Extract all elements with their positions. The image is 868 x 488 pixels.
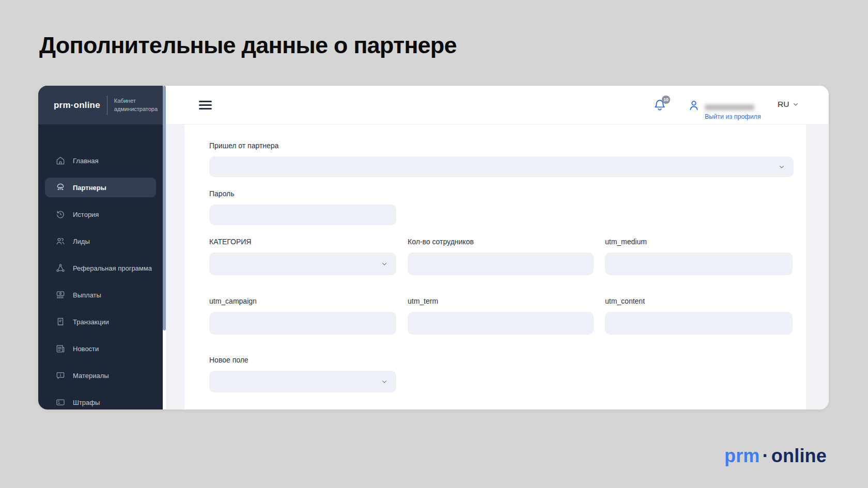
came-from-select[interactable] — [209, 156, 794, 177]
app-logo: prm·online — [54, 100, 100, 111]
utm-content-input[interactable] — [605, 312, 793, 335]
content-left-gutter — [166, 124, 184, 410]
brand-logo: prm·online — [724, 445, 827, 467]
sidebar-item-label: Партнеры — [73, 184, 106, 192]
page-title: Дополнительные данные о партнере — [39, 32, 457, 59]
sidebar-item-history[interactable]: История — [45, 204, 156, 224]
referral-program-icon — [55, 263, 66, 273]
leads-icon — [55, 236, 66, 246]
new-field-label: Новое поле — [209, 355, 396, 365]
password-label: Пароль — [209, 189, 396, 198]
brand-logo-prm: prm — [724, 445, 760, 466]
field-category: КАТЕГОРИЯ — [209, 237, 396, 275]
sidebar-item-label: Реферальная программа — [73, 264, 152, 272]
utm-medium-label: utm_medium — [605, 237, 793, 246]
partners-icon — [55, 182, 66, 193]
field-came-from: Пришел от партнера — [209, 141, 794, 177]
utm-campaign-input[interactable] — [209, 312, 396, 335]
sidebar-item-label: Штрафы — [73, 399, 100, 406]
came-from-label: Пришел от партнера — [209, 141, 794, 150]
employees-label: Кол-во сотрудников — [408, 237, 594, 246]
sidebar-item-label: Главная — [73, 157, 98, 165]
field-utm-term: utm_term — [408, 296, 594, 335]
sidebar-item-label: Транзакции — [73, 318, 109, 326]
field-utm-content: utm_content — [605, 296, 793, 335]
field-utm-medium: utm_medium — [605, 237, 793, 275]
app-window: prm·online Кабинет администратора Главна… — [38, 86, 829, 410]
content-right-gutter — [806, 124, 829, 410]
field-new-field: Новое поле — [209, 355, 396, 392]
utm-term-input[interactable] — [408, 312, 594, 335]
sidebar-header: prm·online Кабинет администратора — [38, 86, 163, 124]
sidebar-item-label: Лиды — [73, 238, 90, 245]
language-chevron-down-icon — [793, 101, 799, 107]
sidebar-item-partners[interactable]: Партнеры — [45, 178, 156, 197]
form-row-utm: utm_campaign utm_term utm_content — [209, 296, 794, 335]
form-row-category: КАТЕГОРИЯ Кол-во сотрудников utm_medium — [209, 237, 794, 275]
utm-content-label: utm_content — [605, 296, 793, 306]
transactions-icon — [55, 317, 66, 327]
brand-logo-online: online — [771, 445, 827, 466]
sidebar-item-label: Материалы — [73, 372, 109, 380]
field-utm-campaign: utm_campaign — [209, 296, 396, 335]
utm-term-label: utm_term — [408, 296, 594, 306]
history-icon — [55, 209, 66, 219]
field-employees: Кол-во сотрудников — [408, 237, 594, 275]
sidebar-item-label: Выплаты — [73, 291, 101, 299]
brand-logo-dot: · — [763, 445, 769, 466]
fines-icon — [55, 397, 66, 407]
employees-input[interactable] — [408, 253, 594, 275]
sidebar-item-transactions[interactable]: Транзакции — [45, 312, 156, 332]
category-select[interactable] — [209, 253, 396, 275]
chevron-down-icon — [381, 260, 388, 267]
new-field-select[interactable] — [209, 371, 396, 392]
sidebar-item-news[interactable]: Новости — [45, 339, 156, 358]
category-label: КАТЕГОРИЯ — [209, 237, 396, 246]
materials-icon — [55, 370, 66, 381]
chevron-down-icon — [778, 163, 785, 170]
sidebar-item-referral[interactable]: Реферальная программа — [45, 258, 156, 278]
logo-divider — [107, 96, 107, 115]
sidebar-item-payouts[interactable]: Выплаты — [45, 285, 156, 305]
home-icon — [55, 155, 66, 166]
sidebar-item-leads[interactable]: Лиды — [45, 231, 156, 251]
chevron-down-icon — [381, 378, 388, 385]
sidebar-item-label: История — [73, 211, 99, 218]
sidebar-item-fines[interactable]: Штрафы — [45, 392, 156, 410]
payouts-icon — [55, 290, 66, 300]
slide: Дополнительные данные о партнере prm·onl… — [0, 0, 868, 488]
sidebar-nav: Главная Партнеры История Лиды Реферальна… — [38, 124, 163, 410]
partner-form: Пришел от партнера Пароль КАТЕГОРИЯ — [209, 86, 794, 410]
sidebar-item-label: Новости — [73, 345, 99, 353]
sidebar: prm·online Кабинет администратора Главна… — [38, 86, 163, 410]
field-password: Пароль — [209, 189, 396, 225]
password-input[interactable] — [209, 204, 396, 225]
sidebar-item-materials[interactable]: Материалы — [45, 366, 156, 385]
sidebar-item-home[interactable]: Главная — [45, 151, 156, 170]
utm-campaign-label: utm_campaign — [209, 296, 396, 306]
news-icon — [55, 343, 66, 354]
utm-medium-input[interactable] — [605, 253, 793, 275]
sidebar-subtitle: Кабинет администратора — [114, 97, 163, 113]
